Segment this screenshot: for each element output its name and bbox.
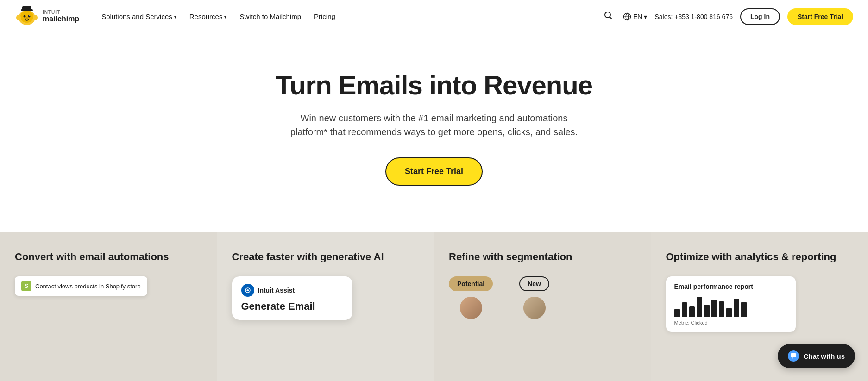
- segmentation-tags: Potential New: [449, 276, 636, 319]
- feature-card-ai: Create faster with generative AI Intuit …: [217, 232, 434, 381]
- svg-point-5: [29, 15, 30, 16]
- perf-bar-item: [704, 305, 710, 318]
- perf-bar-item: [674, 309, 680, 317]
- avatar-2: [523, 297, 546, 319]
- shopify-badge: S Contact views products in Shopify stor…: [15, 276, 147, 296]
- feature-title-1: Convert with email automations: [15, 250, 202, 264]
- performance-card: Email performance report Metric: Clicked: [666, 276, 796, 332]
- perf-report-title: Email performance report: [674, 283, 787, 290]
- svg-point-2: [24, 15, 26, 17]
- svg-rect-10: [22, 6, 31, 10]
- nav-pricing[interactable]: Pricing: [308, 9, 341, 24]
- perf-bar-item: [711, 300, 717, 318]
- login-button[interactable]: Log In: [740, 8, 780, 25]
- svg-point-1: [20, 11, 33, 23]
- avatar-image-1: [460, 297, 482, 319]
- perf-bar-item: [689, 306, 695, 317]
- mailchimp-logo: [15, 5, 39, 29]
- logo-text: INTUIT mailchimp: [43, 10, 79, 23]
- seg-group-2: New: [519, 276, 549, 319]
- svg-point-4: [25, 15, 25, 16]
- intuit-assist-label: Intuit Assist: [258, 287, 295, 294]
- perf-bar-chart: [674, 295, 787, 317]
- lang-chevron-icon: ▾: [644, 13, 647, 20]
- logo-link[interactable]: INTUIT mailchimp: [15, 5, 79, 29]
- search-button[interactable]: [601, 8, 616, 25]
- hero-subtitle: Win new customers with the #1 email mark…: [281, 111, 587, 139]
- intuit-assist-header: Intuit Assist: [241, 284, 343, 297]
- new-tag: New: [519, 276, 549, 291]
- svg-point-7: [16, 15, 21, 20]
- nav-right: EN ▾ Sales: +353 1-800 816 676 Log In St…: [601, 8, 853, 25]
- perf-bar-item: [726, 308, 732, 317]
- intuit-assist-card: Intuit Assist Generate Email: [232, 276, 352, 320]
- feature-card-automations: Convert with email automations S Contact…: [0, 232, 217, 381]
- nav-resources[interactable]: Resources ▾: [184, 9, 233, 24]
- shopify-icon: S: [21, 281, 31, 291]
- potential-tag: Potential: [449, 276, 493, 291]
- chat-label: Chat with us: [804, 352, 845, 360]
- segment-divider: [506, 279, 506, 316]
- svg-point-8: [33, 15, 38, 20]
- globe-icon: [623, 12, 631, 21]
- search-icon: [604, 11, 613, 20]
- feature-title-4: Optimize with analytics & reporting: [666, 250, 854, 264]
- seg-group-1: Potential: [449, 276, 493, 319]
- avatar-image-2: [523, 297, 546, 319]
- perf-bar-item: [734, 299, 739, 317]
- navbar: INTUIT mailchimp Solutions and Services …: [0, 0, 868, 33]
- nav-solutions[interactable]: Solutions and Services ▾: [96, 9, 182, 24]
- hero-trial-button[interactable]: Start Free Trial: [385, 157, 483, 186]
- feature-title-2: Create faster with generative AI: [232, 250, 420, 264]
- hero-title: Turn Emails into Revenue: [276, 70, 592, 100]
- features-section: Convert with email automations S Contact…: [0, 232, 868, 381]
- hero-section: Turn Emails into Revenue Win new custome…: [0, 33, 868, 232]
- chevron-down-icon: ▾: [224, 14, 226, 19]
- nav-trial-button[interactable]: Start Free Trial: [787, 8, 853, 25]
- chat-widget[interactable]: Chat with us: [778, 344, 855, 368]
- generate-email-text: Generate Email: [241, 300, 343, 312]
- language-selector[interactable]: EN ▾: [623, 12, 647, 21]
- nav-switch[interactable]: Switch to Mailchimp: [234, 9, 307, 24]
- sales-number: Sales: +353 1-800 816 676: [654, 13, 733, 20]
- perf-bar-item: [682, 302, 687, 317]
- feature-title-3: Refine with segmentation: [449, 250, 636, 264]
- feature-card-segmentation: Refine with segmentation Potential New: [434, 232, 651, 381]
- perf-legend: Metric: Clicked: [674, 320, 787, 325]
- intuit-icon: [241, 284, 254, 297]
- svg-point-6: [25, 17, 28, 19]
- chevron-down-icon: ▾: [174, 14, 176, 19]
- svg-rect-14: [791, 353, 796, 357]
- perf-bar-item: [741, 302, 747, 317]
- perf-bar-item: [697, 297, 702, 317]
- metric-label: Metric: Clicked: [674, 320, 708, 325]
- nav-links: Solutions and Services ▾ Resources ▾ Swi…: [96, 9, 601, 24]
- perf-bar-item: [719, 301, 724, 318]
- avatar-1: [460, 297, 482, 319]
- svg-point-3: [28, 15, 31, 17]
- chat-bubble-icon: [788, 350, 799, 362]
